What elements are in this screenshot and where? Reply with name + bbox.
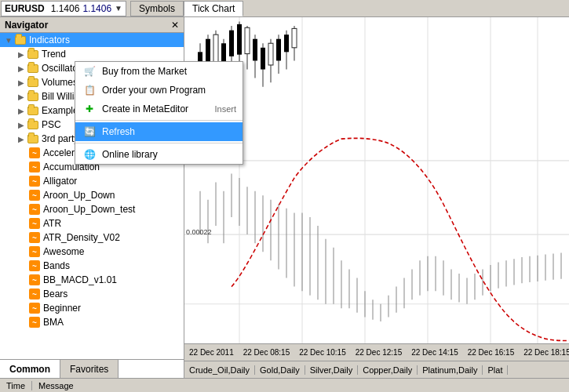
indicator-icon <box>28 316 41 328</box>
nav-label: PSC <box>42 119 61 130</box>
nav-label: Aroon_Up_Down <box>43 190 115 201</box>
indicator-icon <box>28 274 41 286</box>
indicator-icon <box>28 161 41 173</box>
nav-item-awesome[interactable]: Awesome <box>0 245 184 259</box>
expand-icon[interactable]: ▶ <box>16 93 27 101</box>
expand-icon[interactable]: ▶ <box>16 135 27 143</box>
nav-label: Bears <box>43 289 67 299</box>
context-menu: 🛒 Buy from the Market 📋 Order your own P… <box>75 61 243 165</box>
nav-bottom-tabs: Common Favorites <box>0 359 184 378</box>
nav-label: 3rd party <box>42 133 78 144</box>
symbol-bar: Crude_Oil,Daily Gold,Daily Silver,Daily … <box>184 361 569 378</box>
timeline-label-6: 22 Dec 18:15 <box>519 348 569 357</box>
cm-online-library-label: Online library <box>102 149 158 160</box>
indicator-icon <box>28 203 41 216</box>
symbol-silver[interactable]: Silver,Daily <box>305 365 358 375</box>
nav-item-trend[interactable]: ▶ Trend <box>0 47 184 61</box>
indicator-icon <box>28 260 41 272</box>
nav-label: ATR <box>43 218 61 229</box>
cm-separator-2 <box>75 143 243 143</box>
folder-icon <box>27 76 39 89</box>
cm-refresh[interactable]: 🔄 Refresh <box>75 122 243 141</box>
timeline-bar: 22 Dec 2011 22 Dec 08:15 22 Dec 10:15 22… <box>184 343 569 361</box>
top-bar: EURUSD 1.1406 1.1406 ▼ Symbols Tick Char… <box>0 0 569 17</box>
tab-tick-chart[interactable]: Tick Chart <box>184 1 243 16</box>
cm-order-program[interactable]: 📋 Order your own Program <box>75 81 243 100</box>
svg-rect-21 <box>237 24 242 55</box>
create-icon: ✚ <box>82 101 97 117</box>
navigator-title: Navigator <box>5 20 48 31</box>
symbol-copper[interactable]: Copper,Daily <box>358 365 418 375</box>
nav-item-indicators[interactable]: ▼ Indicators <box>0 33 184 47</box>
expand-icon[interactable]: ▶ <box>16 107 27 115</box>
symbol-name: EURUSD <box>5 3 45 14</box>
cm-create-editor[interactable]: ✚ Create in MetaEditor Insert <box>75 100 243 118</box>
nav-label: Beginner <box>43 303 81 314</box>
symbol-price2: 1.1406 <box>82 3 111 14</box>
symbol-plat-short[interactable]: Plat <box>483 365 508 375</box>
tab-favorites[interactable]: Favorites <box>60 360 119 378</box>
nav-item-bears[interactable]: Bears <box>0 287 184 301</box>
status-bar: Time Message <box>0 378 569 392</box>
cm-buy-market[interactable]: 🛒 Buy from the Market <box>75 62 243 81</box>
nav-item-aroon-up-down-test[interactable]: Aroon_Up_Down_test <box>0 202 184 216</box>
nav-item-bma[interactable]: BMA <box>0 315 184 329</box>
expand-icon[interactable]: ▶ <box>16 64 27 73</box>
folder-icon <box>27 62 39 74</box>
symbol-price1: 1.1406 <box>51 3 80 14</box>
expand-icon[interactable]: ▼ <box>3 36 14 45</box>
nav-item-beginner[interactable]: Beginner <box>0 301 184 315</box>
folder-icon <box>27 118 39 131</box>
cm-refresh-label: Refresh <box>102 126 135 137</box>
nav-label: Aroon_Up_Down_test <box>43 204 135 215</box>
symbol-platinum[interactable]: Platinum,Daily <box>418 365 483 375</box>
refresh-icon: 🔄 <box>82 124 97 140</box>
symbol-box[interactable]: EURUSD 1.1406 1.1406 ▼ <box>1 1 126 16</box>
nav-item-atr-density[interactable]: ATR_Density_V02 <box>0 230 184 245</box>
expand-icon[interactable]: ▶ <box>16 121 27 129</box>
nav-item-bb-macd[interactable]: BB_MACD_v1.01 <box>0 273 184 287</box>
timeline-label-3: 22 Dec 12:15 <box>351 348 407 357</box>
symbol-crude-oil[interactable]: Crude_Oil,Daily <box>184 365 255 375</box>
shop-icon: 🛒 <box>82 64 97 79</box>
navigator-close-button[interactable]: ✕ <box>171 20 179 31</box>
nav-item-bands[interactable]: Bands <box>0 259 184 273</box>
nav-label: Awesome <box>43 246 84 257</box>
svg-text:0.00022: 0.00022 <box>186 227 212 237</box>
order-icon: 📋 <box>82 82 97 98</box>
expand-icon[interactable]: ▶ <box>16 78 27 87</box>
folder-icon <box>27 132 39 145</box>
nav-item-alligator[interactable]: Alligator <box>0 174 184 188</box>
tab-common[interactable]: Common <box>0 360 60 378</box>
nav-item-atr[interactable]: ATR <box>0 216 184 230</box>
indicator-icon <box>28 302 41 314</box>
svg-rect-29 <box>268 43 273 65</box>
nav-item-aroon-up-down[interactable]: Aroon_Up_Down <box>0 188 184 202</box>
nav-label: Trend <box>42 49 66 60</box>
timeline-label-1: 22 Dec 08:15 <box>239 348 295 357</box>
timeline-label-0: 22 Dec 2011 <box>184 348 239 357</box>
timeline-label-2: 22 Dec 10:15 <box>294 348 351 357</box>
nav-label: ATR_Density_V02 <box>43 232 120 243</box>
svg-rect-25 <box>253 39 257 61</box>
nav-label: BMA <box>43 317 64 328</box>
folder-icon <box>27 48 39 60</box>
svg-rect-27 <box>261 48 265 70</box>
timeline-label-4: 22 Dec 14:15 <box>407 348 463 357</box>
navigator-header: Navigator ✕ <box>0 17 184 33</box>
cm-order-program-label: Order your own Program <box>102 85 206 96</box>
svg-rect-19 <box>229 31 234 56</box>
folder-icon <box>14 34 27 46</box>
cm-insert-shortcut: Insert <box>214 104 236 114</box>
symbol-gold[interactable]: Gold,Daily <box>255 365 305 375</box>
expand-icon[interactable]: ▶ <box>16 50 27 59</box>
cm-online-library[interactable]: 🌐 Online library <box>75 145 243 164</box>
online-icon: 🌐 <box>82 147 97 162</box>
indicator-icon <box>28 231 41 244</box>
tab-symbols[interactable]: Symbols <box>130 1 184 16</box>
status-time: Time <box>0 381 32 390</box>
cm-buy-market-label: Buy from the Market <box>102 66 187 77</box>
dropdown-arrow-icon[interactable]: ▼ <box>115 4 122 13</box>
svg-rect-35 <box>292 28 297 47</box>
timeline-label-5: 22 Dec 16:15 <box>463 348 520 357</box>
